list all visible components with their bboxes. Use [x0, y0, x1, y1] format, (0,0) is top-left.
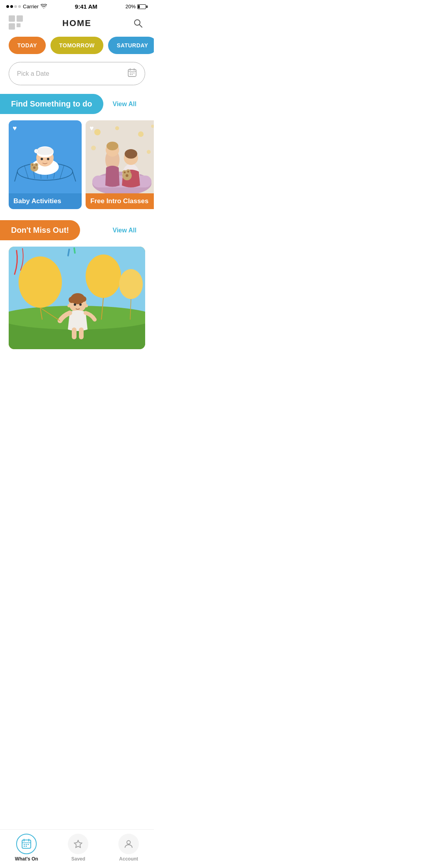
- header: HOME: [0, 11, 154, 37]
- dont-miss-view-all[interactable]: View All: [113, 227, 145, 234]
- date-picker-placeholder: Pick a Date: [17, 70, 49, 77]
- svg-point-58: [127, 171, 129, 173]
- filter-tomorrow[interactable]: TOMORROW: [50, 37, 103, 54]
- dont-miss-title: Don't Miss Out!: [0, 220, 80, 240]
- svg-point-53: [106, 142, 118, 150]
- svg-point-45: [147, 150, 151, 154]
- svg-point-31: [41, 158, 43, 160]
- status-right: 20%: [125, 4, 148, 9]
- status-left: Carrier: [6, 4, 47, 10]
- svg-line-5: [140, 25, 142, 28]
- signal-dot-3: [14, 5, 17, 8]
- svg-point-82: [86, 254, 121, 298]
- calendar-icon: [127, 68, 137, 79]
- svg-point-96: [67, 304, 71, 307]
- svg-rect-13: [130, 74, 131, 75]
- signal-dot-2: [10, 5, 13, 8]
- svg-point-97: [85, 304, 88, 307]
- svg-point-41: [115, 126, 119, 130]
- signal-dot-1: [6, 5, 9, 8]
- filter-today[interactable]: TODAY: [9, 37, 46, 54]
- svg-rect-47: [92, 176, 151, 187]
- date-filter-row: TODAY TOMORROW SATURDAY SUNDA: [0, 37, 154, 54]
- find-section-header: Find Something to do View All: [0, 85, 154, 114]
- featured-card[interactable]: [9, 247, 145, 349]
- svg-rect-14: [132, 74, 133, 75]
- battery-icon: [137, 4, 148, 9]
- svg-rect-3: [17, 23, 21, 27]
- svg-point-84: [119, 269, 143, 299]
- signal-dots: [6, 5, 21, 8]
- svg-point-37: [36, 164, 37, 166]
- status-bar: Carrier 9:41 AM 20%: [0, 0, 154, 11]
- svg-point-40: [94, 129, 101, 135]
- app-logo: [9, 15, 23, 31]
- svg-rect-0: [9, 15, 15, 22]
- activity-cards-row: ♥ Baby Activities: [0, 114, 154, 209]
- card-heart-baby[interactable]: ♥: [13, 124, 17, 133]
- svg-point-57: [124, 172, 126, 174]
- find-section-title: Find Something to do: [0, 94, 103, 114]
- card-baby-activities[interactable]: ♥ Baby Activities: [9, 120, 82, 209]
- svg-point-28: [36, 147, 54, 155]
- svg-point-36: [32, 164, 33, 166]
- date-picker[interactable]: Pick a Date: [9, 62, 145, 85]
- signal-dot-4: [18, 5, 21, 8]
- svg-rect-1: [17, 15, 23, 22]
- card-image-intro: ♥: [86, 120, 154, 193]
- find-view-all[interactable]: View All: [113, 101, 145, 108]
- svg-point-95: [79, 303, 82, 306]
- page-title: HOME: [62, 18, 92, 28]
- svg-point-90: [69, 297, 75, 303]
- svg-rect-93: [79, 327, 84, 339]
- svg-point-44: [91, 146, 96, 150]
- card-label-intro: Free Intro Classes: [86, 193, 154, 209]
- svg-point-80: [19, 256, 62, 308]
- dont-miss-section-header: Don't Miss Out! View All: [0, 209, 154, 240]
- svg-rect-92: [72, 327, 77, 339]
- svg-point-38: [33, 166, 36, 169]
- svg-point-91: [81, 296, 86, 302]
- card-free-intro[interactable]: ♥ Free Intro Classes: [86, 120, 154, 209]
- card-label-baby: Baby Activities: [9, 193, 82, 209]
- svg-rect-2: [9, 23, 15, 30]
- svg-rect-12: [133, 73, 135, 73]
- search-button[interactable]: [131, 16, 145, 30]
- svg-point-59: [126, 174, 129, 177]
- battery-percent: 20%: [125, 4, 136, 9]
- card-heart-intro[interactable]: ♥: [90, 124, 94, 133]
- card-image-baby: ♥: [9, 120, 82, 193]
- filter-saturday[interactable]: SATURDAY: [108, 37, 154, 54]
- svg-point-42: [138, 131, 144, 137]
- svg-rect-11: [132, 73, 133, 73]
- wifi-icon: [41, 4, 47, 10]
- date-picker-wrap: Pick a Date: [9, 62, 145, 85]
- featured-card-bg: [9, 247, 145, 349]
- svg-point-50: [125, 149, 137, 159]
- status-time: 9:41 AM: [75, 3, 97, 10]
- svg-point-30: [36, 150, 37, 152]
- carrier-text: Carrier: [23, 4, 39, 9]
- svg-point-32: [47, 158, 49, 160]
- svg-point-94: [74, 303, 76, 306]
- svg-rect-10: [130, 73, 131, 73]
